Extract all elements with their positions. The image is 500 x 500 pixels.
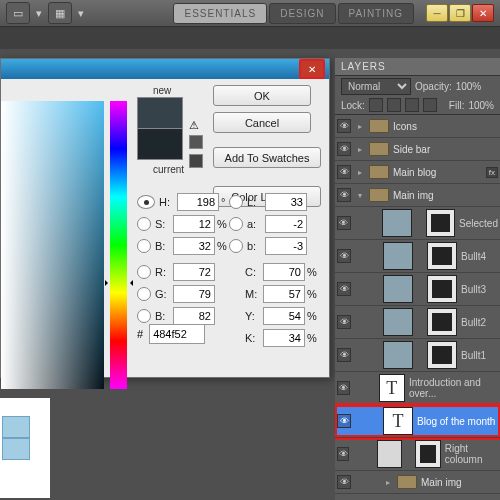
expand-icon[interactable]: ▸ (383, 478, 393, 487)
workspace-tab-essentials[interactable]: ESSENTIALS (173, 3, 267, 24)
workspace-tab-design[interactable]: DESIGN (269, 3, 335, 24)
layer-group[interactable]: 👁▸Main blogfx (335, 161, 500, 184)
opacity-value[interactable]: 100% (456, 81, 482, 92)
layer-name[interactable]: Icons (393, 121, 498, 132)
radio-bh[interactable] (137, 239, 151, 253)
dialog-titlebar[interactable]: ✕ (1, 59, 329, 79)
radio-a[interactable] (229, 217, 243, 231)
radio-l[interactable] (229, 195, 243, 209)
app-close-button[interactable]: ✕ (472, 4, 494, 22)
gamut-warning-swatch[interactable] (189, 135, 203, 149)
visibility-toggle[interactable]: 👁 (337, 142, 351, 156)
layer-group[interactable]: 👁▸Main img (335, 471, 500, 494)
visibility-toggle[interactable]: 👁 (337, 475, 351, 489)
restore-button[interactable]: ❐ (449, 4, 471, 22)
layer-item[interactable]: 👁TIntroduction and over... (335, 372, 500, 405)
layer-name[interactable]: Bullt1 (461, 350, 486, 361)
radio-s[interactable] (137, 217, 151, 231)
layer-item[interactable]: 👁Right coloumn (335, 438, 500, 471)
zoom-tool-button[interactable]: ▭ (6, 2, 30, 24)
visibility-toggle[interactable]: 👁 (337, 447, 349, 461)
layer-item-selected[interactable]: 👁TBlog of the month (335, 405, 500, 438)
current-color-swatch[interactable] (137, 129, 183, 160)
hue-slider[interactable] (110, 101, 127, 389)
hue-slider-thumb[interactable] (107, 279, 131, 287)
websafe-icon[interactable] (189, 154, 203, 168)
layer-name[interactable]: Right coloumn (445, 443, 498, 465)
visibility-toggle[interactable]: 👁 (337, 282, 351, 296)
input-h[interactable] (177, 193, 219, 211)
lock-transparency-icon[interactable] (369, 98, 383, 112)
input-r[interactable] (173, 263, 215, 281)
visibility-toggle[interactable]: 👁 (337, 381, 350, 395)
visibility-toggle[interactable]: 👁 (337, 348, 351, 362)
radio-bl[interactable] (137, 309, 151, 323)
lock-position-icon[interactable] (405, 98, 419, 112)
folder-icon (369, 119, 389, 133)
tool-dropdown-arrow[interactable]: ▾ (34, 7, 44, 20)
gamut-warning-icon[interactable]: ⚠ (189, 119, 201, 131)
layer-item[interactable]: 👁Bullt3 (335, 273, 500, 306)
radio-b2[interactable] (229, 239, 243, 253)
layer-name[interactable]: Bullt3 (461, 284, 486, 295)
input-l[interactable] (265, 193, 307, 211)
workspace-tab-painting[interactable]: PAINTING (338, 3, 414, 24)
layer-name[interactable]: Selected (459, 218, 498, 229)
input-bh[interactable] (173, 237, 215, 255)
expand-icon[interactable]: ▸ (355, 168, 365, 177)
layer-group[interactable]: 👁▾Main img (335, 184, 500, 207)
layer-group[interactable]: 👁▸Side bar (335, 138, 500, 161)
fill-value[interactable]: 100% (468, 100, 494, 111)
color-field[interactable] (1, 101, 104, 389)
layer-name[interactable]: Side bar (393, 144, 498, 155)
screen-mode-dropdown-arrow[interactable]: ▾ (76, 7, 86, 20)
input-g[interactable] (173, 285, 215, 303)
hex-input[interactable] (149, 324, 205, 344)
layer-name[interactable]: Bullt4 (461, 251, 486, 262)
layer-name[interactable]: Main blog (393, 167, 482, 178)
cancel-button[interactable]: Cancel (213, 112, 311, 133)
layer-item[interactable]: 👁Bullt1 (335, 339, 500, 372)
expand-icon[interactable]: ▸ (355, 122, 365, 131)
expand-icon[interactable]: ▸ (355, 145, 365, 154)
lock-image-icon[interactable] (387, 98, 401, 112)
layer-item[interactable]: 👁Bullt2 (335, 306, 500, 339)
input-bl[interactable] (173, 307, 215, 325)
radio-h[interactable] (137, 195, 155, 209)
input-a[interactable] (265, 215, 307, 233)
visibility-toggle[interactable]: 👁 (337, 414, 351, 428)
visibility-toggle[interactable]: 👁 (337, 119, 351, 133)
blend-mode-select[interactable]: Normal (341, 78, 411, 95)
layer-name[interactable]: Main img (421, 477, 498, 488)
input-b2[interactable] (265, 237, 307, 255)
collapse-icon[interactable]: ▾ (355, 191, 365, 200)
visibility-toggle[interactable]: 👁 (337, 165, 351, 179)
layer-item[interactable]: 👁Bullt4 (335, 240, 500, 273)
radio-g[interactable] (137, 287, 151, 301)
layers-panel-tab[interactable]: LAYERS (335, 58, 500, 76)
layer-name[interactable]: Introduction and over... (409, 377, 498, 399)
mask-thumb (427, 275, 457, 303)
radio-r[interactable] (137, 265, 151, 279)
layer-item[interactable]: 👁Selected (335, 207, 500, 240)
fx-badge[interactable]: fx (486, 167, 498, 178)
layer-group[interactable]: 👁▸Icons (335, 115, 500, 138)
minimize-button[interactable]: ─ (426, 4, 448, 22)
visibility-toggle[interactable]: 👁 (337, 315, 351, 329)
visibility-toggle[interactable]: 👁 (337, 249, 351, 263)
add-to-swatches-button[interactable]: Add To Swatches (213, 147, 321, 168)
input-y[interactable] (263, 307, 305, 325)
input-s[interactable] (173, 215, 215, 233)
layer-name[interactable]: Bullt2 (461, 317, 486, 328)
visibility-toggle[interactable]: 👁 (337, 216, 351, 230)
lock-all-icon[interactable] (423, 98, 437, 112)
layer-name[interactable]: Main img (393, 190, 498, 201)
visibility-toggle[interactable]: 👁 (337, 188, 351, 202)
input-m[interactable] (263, 285, 305, 303)
ok-button[interactable]: OK (213, 85, 311, 106)
input-c[interactable] (263, 263, 305, 281)
dialog-close-button[interactable]: ✕ (299, 59, 325, 79)
layer-name[interactable]: Blog of the month (417, 416, 495, 427)
screen-mode-button[interactable]: ▦ (48, 2, 72, 24)
input-k[interactable] (263, 329, 305, 347)
